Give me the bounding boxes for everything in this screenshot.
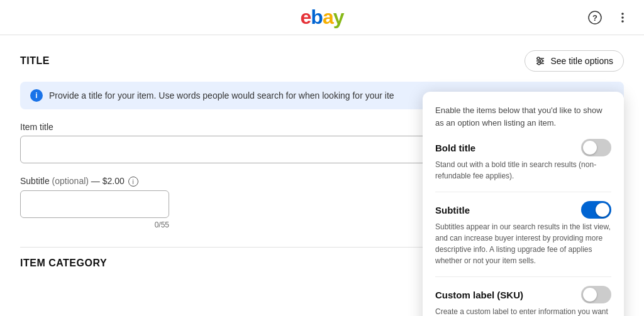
more-icon <box>616 11 630 25</box>
option-divider-2 <box>435 276 611 277</box>
subtitle-option-label: Subtitle <box>435 205 470 215</box>
bold-title-header: Bold title <box>435 139 611 156</box>
title-label: TITLE <box>20 55 50 67</box>
logo-a: a <box>323 6 333 28</box>
svg-point-2 <box>621 13 624 15</box>
custom-label-desc: Create a custom label to enter informati… <box>435 306 611 316</box>
subtitle-input[interactable] <box>20 190 169 218</box>
bold-title-label: Bold title <box>435 143 475 153</box>
more-button[interactable] <box>611 6 634 29</box>
custom-label-toggle[interactable] <box>581 286 611 303</box>
info-icon: i <box>30 89 43 102</box>
svg-point-10 <box>538 62 540 65</box>
see-title-options-label: See title options <box>550 56 613 66</box>
options-panel: Enable the items below that you'd like t… <box>423 92 624 316</box>
help-icon: ? <box>588 11 602 25</box>
logo-e: e <box>301 6 311 28</box>
char-count: 0/55 <box>20 221 169 229</box>
svg-text:?: ? <box>592 13 597 23</box>
subtitle-option: Subtitle Subtitles appear in our search … <box>435 201 611 266</box>
svg-point-3 <box>621 16 624 19</box>
bold-title-option: Bold title Stand out with a bold title i… <box>435 139 611 182</box>
header-actions: ? <box>584 6 634 29</box>
help-button[interactable]: ? <box>584 6 606 29</box>
svg-point-9 <box>540 60 543 62</box>
bold-title-slider <box>581 139 611 156</box>
option-divider-1 <box>435 192 611 192</box>
custom-label-header: Custom label (SKU) <box>435 286 611 303</box>
main-content: TITLE See title options i Provide a titl… <box>0 35 644 284</box>
svg-point-8 <box>537 57 540 60</box>
bold-title-desc: Stand out with a bold title in search re… <box>435 159 611 182</box>
subtitle-slider <box>581 201 611 219</box>
title-section-header: TITLE See title options <box>20 50 624 72</box>
logo-y: y <box>333 6 344 28</box>
filters-icon <box>535 56 545 66</box>
subtitle-option-desc: Subtitles appear in our search results i… <box>435 221 611 266</box>
subtitle-info-icon[interactable]: i <box>128 177 138 187</box>
custom-label-slider <box>581 286 611 303</box>
ebay-logo: ebay <box>301 6 344 29</box>
header: ebay ? <box>0 0 644 35</box>
subtitle-toggle[interactable] <box>581 201 611 219</box>
subtitle-option-header: Subtitle <box>435 201 611 219</box>
custom-label-option: Custom label (SKU) Create a custom label… <box>435 286 611 316</box>
info-banner-text: Provide a title for your item. Use words… <box>49 90 394 101</box>
custom-label-label: Custom label (SKU) <box>435 290 523 300</box>
see-title-options-button[interactable]: See title options <box>525 50 624 72</box>
panel-description: Enable the items below that you'd like t… <box>435 104 611 129</box>
item-title-input[interactable] <box>20 136 435 163</box>
bold-title-toggle[interactable] <box>581 139 611 156</box>
logo-b: b <box>311 6 323 28</box>
svg-point-4 <box>621 20 624 23</box>
